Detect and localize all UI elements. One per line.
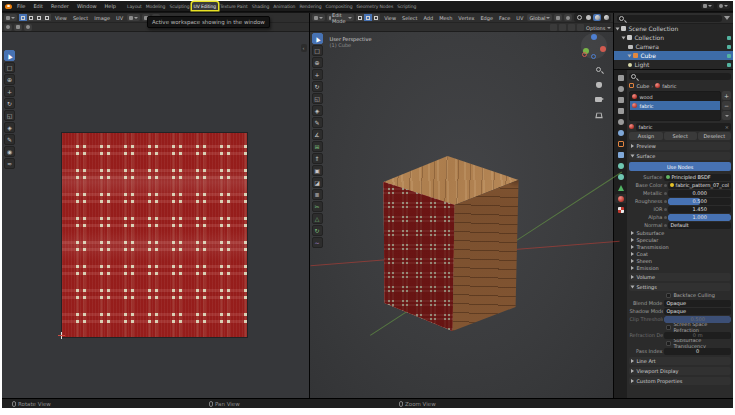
vp-tool-poly-build-button[interactable]: △: [312, 213, 323, 224]
tab-view-layer[interactable]: [615, 106, 626, 115]
viewport-display-panel-header[interactable]: Viewport Display: [629, 367, 731, 375]
vp-tool-measure-button[interactable]: ∡: [312, 129, 323, 140]
tab-object[interactable]: [615, 139, 626, 148]
uv-select-face-button[interactable]: [35, 14, 43, 21]
clip-threshold-slider[interactable]: 0.500: [664, 316, 731, 323]
decorator-dot[interactable]: [664, 184, 667, 187]
remove-slot-button[interactable]: −: [722, 101, 731, 110]
select-button[interactable]: Select: [664, 132, 697, 140]
workspace-tab-sculpting[interactable]: Sculpting: [167, 2, 191, 10]
uv-tool-select-box-button[interactable]: □: [4, 62, 15, 73]
workspace-tab-uv-editing[interactable]: UV Editing: [192, 2, 218, 10]
decorator-dot[interactable]: [664, 224, 667, 227]
material-slot-wood[interactable]: wood: [630, 92, 720, 101]
decorator-dot[interactable]: [664, 208, 667, 211]
uv-menu-select[interactable]: Select: [71, 15, 90, 21]
perspective-toggle-button[interactable]: [594, 110, 603, 119]
vp-menu-uv[interactable]: UV: [514, 15, 525, 21]
properties-search-input[interactable]: [629, 73, 731, 80]
metallic-slider[interactable]: 0.000: [668, 190, 731, 197]
vp-menu-edge[interactable]: Edge: [478, 15, 495, 21]
workspace-tab-modeling[interactable]: Modeling: [144, 2, 168, 10]
subsection-coat[interactable]: Coat: [629, 250, 731, 257]
gizmo-z-axis[interactable]: [591, 34, 597, 40]
subsection-transmission[interactable]: Transmission: [629, 243, 731, 250]
outliner-row-camera[interactable]: Camera: [614, 42, 733, 51]
zoom-view-button[interactable]: [594, 65, 603, 74]
pass-index-field[interactable]: 0: [664, 348, 731, 355]
breadcrumb-object[interactable]: Cube: [636, 83, 649, 89]
snap-toggle[interactable]: [554, 14, 562, 21]
preview-panel-header[interactable]: Preview: [629, 142, 731, 150]
workspace-tab-texture-paint[interactable]: Texture Paint: [218, 2, 250, 10]
tab-material[interactable]: [615, 194, 626, 203]
shading-solid-button[interactable]: [584, 14, 592, 21]
tab-tool[interactable]: [615, 73, 626, 82]
xray-toggle[interactable]: [559, 24, 566, 31]
backface-culling-checkbox[interactable]: [666, 293, 671, 298]
surface-shader-selector[interactable]: Principled BSDF: [664, 174, 731, 181]
uv-tool-annotate-button[interactable]: ✎: [4, 134, 15, 145]
settings-panel-header[interactable]: Settings: [629, 283, 731, 291]
tab-particles[interactable]: [615, 161, 626, 170]
add-slot-button[interactable]: +: [722, 91, 731, 100]
outliner-row-light[interactable]: Light: [614, 60, 733, 69]
vp-tool-cursor-button[interactable]: ⊕: [312, 57, 323, 68]
options-dropdown[interactable]: Options: [586, 25, 605, 31]
uv-canvas[interactable]: ▲ □ ⊕ + ↻ ◱ ◈ ✎ ◉ ≈ ‹: [2, 32, 309, 398]
sss-checkbox[interactable]: [666, 341, 671, 346]
viewport-3d[interactable]: Edit Mode View Select Add Mesh Vertex Ed…: [310, 13, 615, 398]
gizmo-neg-z-axis[interactable]: [591, 54, 596, 59]
workspace-tab-scripting[interactable]: Scripting: [395, 2, 418, 10]
vp-menu-select[interactable]: Select: [400, 15, 419, 21]
tab-texture[interactable]: [615, 205, 626, 214]
menu-render[interactable]: Render: [48, 2, 72, 10]
uv-pivot-button[interactable]: [4, 24, 12, 31]
shading-rendered-button[interactable]: [602, 14, 610, 21]
decorator-dot[interactable]: [664, 200, 667, 203]
normal-selector[interactable]: Default: [668, 222, 731, 229]
line-art-panel-header[interactable]: Line Art: [629, 357, 731, 365]
vertex-mode-button[interactable]: [356, 14, 364, 21]
workspace-tab-geometry-nodes[interactable]: Geometry Nodes: [355, 2, 396, 10]
visibility-toggle[interactable]: [577, 24, 584, 31]
surface-panel-header[interactable]: Surface: [629, 152, 731, 160]
vp-tool-select-box-button[interactable]: □: [312, 45, 323, 56]
uv-select-vertex-button[interactable]: [19, 14, 27, 21]
light-data-icon[interactable]: [727, 63, 731, 67]
workspace-tab-layout[interactable]: Layout: [125, 2, 144, 10]
shading-wireframe-button[interactable]: [575, 14, 583, 21]
overlays-toggle[interactable]: [550, 24, 557, 31]
proportional-edit-toggle[interactable]: [564, 14, 572, 21]
outliner-row-cube[interactable]: Cube: [614, 51, 733, 60]
assign-button[interactable]: Assign: [629, 132, 662, 140]
outliner-row-collection[interactable]: Collection: [614, 33, 733, 42]
mode-selector[interactable]: Edit Mode: [327, 14, 355, 21]
uv-tool-relax-button[interactable]: ≈: [4, 158, 15, 169]
menu-window[interactable]: Window: [74, 2, 100, 10]
uv-tool-tweak-button[interactable]: ▲: [4, 50, 15, 61]
workspace-tab-animation[interactable]: Animation: [271, 2, 297, 10]
material-slot-fabric[interactable]: fabric: [630, 101, 720, 110]
uv-tool-scale-button[interactable]: ◱: [4, 110, 15, 121]
menu-edit[interactable]: Edit: [30, 2, 46, 10]
subsection-specular[interactable]: Specular: [629, 236, 731, 243]
expand-arrow-icon[interactable]: [628, 54, 632, 57]
material-name-field[interactable]: fabric×: [636, 123, 731, 131]
vp-tool-knife-button[interactable]: ✂: [312, 201, 323, 212]
face-mode-button[interactable]: [372, 14, 380, 21]
mesh-data-icon[interactable]: [727, 54, 731, 58]
menu-file[interactable]: File: [14, 2, 28, 10]
tab-modifiers[interactable]: [615, 150, 626, 159]
blend-mode-selector[interactable]: Opaque: [664, 300, 731, 307]
uv-texture-image[interactable]: [62, 133, 247, 337]
tab-output[interactable]: [615, 95, 626, 104]
use-nodes-button[interactable]: Use Nodes: [629, 162, 731, 171]
ssr-checkbox[interactable]: [666, 325, 671, 330]
uv-menu-view[interactable]: View: [53, 15, 69, 21]
uv-select-island-button[interactable]: [43, 14, 51, 21]
vp-menu-vertex[interactable]: Vertex: [456, 15, 476, 21]
vp-tool-extrude-button[interactable]: ⇑: [312, 153, 323, 164]
vp-menu-add[interactable]: Add: [421, 15, 435, 21]
vp-tool-move-button[interactable]: +: [312, 69, 323, 80]
